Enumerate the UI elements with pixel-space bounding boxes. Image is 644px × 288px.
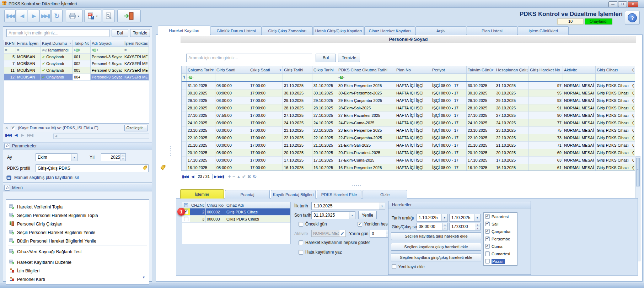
personnel-hscrollbar[interactable]: ◀ bbox=[53, 134, 149, 139]
pager-first-icon[interactable]: ▮◀◀ bbox=[182, 174, 188, 179]
tab-gizle[interactable]: Gizle bbox=[363, 190, 407, 199]
pager-first-icon[interactable]: ▮◀◀ bbox=[5, 133, 11, 137]
weekday-item[interactable]: Çarşamba bbox=[484, 228, 517, 235]
device-checkbox-cell[interactable] bbox=[182, 216, 190, 223]
pager-prev-icon[interactable]: ◀ bbox=[15, 133, 17, 137]
column-header[interactable]: Takvim Günü▼ bbox=[467, 66, 495, 74]
print-button[interactable]: ▼ bbox=[66, 10, 83, 22]
column-header[interactable]: Giriş Saati bbox=[215, 66, 249, 74]
table-row[interactable]: 12MOBİSAN✔Onaylandı004Personel-9 SoyadKA… bbox=[4, 74, 149, 81]
filter-cell[interactable]: aBc bbox=[91, 47, 123, 54]
table-row[interactable]: 27.10.202507:59:0017:00:0027.10.202527.1… bbox=[182, 112, 635, 119]
menu-item[interactable]: Personel Kartı bbox=[6, 276, 149, 283]
date-to-select[interactable]: 1.10.2025▼ bbox=[449, 214, 481, 222]
refresh-dates-button[interactable]: Yenile bbox=[358, 211, 377, 219]
delete-row-icon[interactable]: − bbox=[232, 174, 235, 179]
column-header[interactable]: Periyot bbox=[431, 66, 467, 74]
exit-time-stepper[interactable]: 17:00:00▲▼ bbox=[449, 223, 481, 230]
column-header[interactable]: Çıkış Saati▼ bbox=[249, 66, 283, 74]
weekday-item[interactable]: Cumartesi bbox=[484, 250, 517, 257]
write-errors-checkbox[interactable]: Hata kayıtlarını yaz bbox=[299, 250, 342, 255]
filter-cell[interactable]: = bbox=[16, 47, 41, 54]
filter-cell[interactable]: = bbox=[495, 74, 529, 81]
table-row[interactable]: 17.10.202508:00:0017:00:0017.10.202517.1… bbox=[182, 157, 635, 164]
column-header[interactable]: Giriş Cihazı bbox=[596, 66, 631, 74]
tab-cihaz-hareket-kayıtları[interactable]: Cihaz Hareket Kayıtları bbox=[364, 26, 415, 35]
menu-item[interactable]: Personel Giriş Çıkışları bbox=[6, 220, 149, 228]
weekday-checkbox[interactable] bbox=[485, 222, 490, 226]
refresh-data-icon[interactable]: ↻ bbox=[253, 174, 257, 179]
filter-cell[interactable]: = bbox=[123, 47, 149, 54]
tag-icon[interactable] bbox=[160, 164, 166, 172]
table-row[interactable]: 31.10.202508:00:0017:00:0031.10.202531.1… bbox=[182, 81, 635, 89]
splitter-handle[interactable] bbox=[352, 185, 361, 186]
column-header[interactable]: Çıkış Tarihi bbox=[312, 66, 337, 74]
weekday-checkbox[interactable] bbox=[485, 237, 490, 241]
column-header[interactable]: Plan No bbox=[395, 66, 431, 74]
new-record-checkbox[interactable]: Yeni kayıt ekle bbox=[392, 264, 425, 269]
column-header[interactable]: Cihaz Kodu bbox=[206, 202, 225, 208]
exit-button[interactable] bbox=[117, 10, 141, 22]
find-button[interactable]: Bul bbox=[112, 29, 128, 37]
weekday-checkbox[interactable] bbox=[485, 251, 490, 256]
first-date-select[interactable]: 1.10.2025▼ bbox=[311, 202, 385, 210]
filter-cell[interactable]: = bbox=[215, 74, 249, 81]
collapse-icon[interactable] bbox=[4, 185, 10, 191]
column-header[interactable]: Giriş Tarihi bbox=[283, 66, 312, 74]
filter-cell[interactable]: = bbox=[631, 74, 635, 81]
weekday-item[interactable]: Pazartesi bbox=[484, 213, 517, 220]
menu-item[interactable]: Hareket Kayıtlarını Düzenle bbox=[6, 259, 149, 266]
table-row[interactable]: 22.10.202508:00:0017:00:0022.10.202522.1… bbox=[182, 134, 635, 142]
table-row[interactable]: 2000002Giriş PDKS Cihazı bbox=[182, 208, 290, 216]
print-preview-button[interactable] bbox=[103, 10, 115, 22]
table-row[interactable]: 30.10.202508:00:0017:00:0030.10.202530.1… bbox=[182, 89, 635, 97]
filter-cell[interactable]: = bbox=[283, 74, 312, 81]
weekday-checkbox[interactable] bbox=[485, 244, 490, 249]
filter-cell[interactable]: = bbox=[249, 74, 283, 81]
filter-cell[interactable]: = bbox=[431, 74, 467, 81]
year-stepper[interactable]: 2025 ▲▼ bbox=[101, 153, 126, 161]
last-date-select[interactable]: 31.10.2025▼ bbox=[311, 211, 355, 219]
last-record-button[interactable]: ▶▶▮ bbox=[39, 10, 51, 22]
pager-next-icon[interactable]: ▶ bbox=[21, 133, 23, 137]
export-pdf-button[interactable]: PDF ▼ bbox=[84, 10, 101, 22]
column-header[interactable]: PDKS Cihaz Okutma Tarihi bbox=[337, 66, 395, 74]
filter-cell[interactable]: = bbox=[563, 74, 596, 81]
show-all-movements-checkbox[interactable]: Hareket kayıtlarının hepsini göster bbox=[299, 240, 370, 245]
filter-cell[interactable]: = bbox=[4, 47, 16, 54]
clear-button[interactable]: Temizle bbox=[338, 54, 360, 62]
column-header[interactable]: Cihaz Adı bbox=[225, 202, 290, 208]
column-header[interactable]: CHZNo bbox=[190, 202, 206, 208]
tab-kayıtlı-puantaj-bilgileri[interactable]: Kayıtlı Puantaj Bilgileri bbox=[271, 190, 316, 199]
table-row[interactable]: 29.10.202508:00:0017:00:0029.10.202529.1… bbox=[182, 97, 635, 104]
pager-last-icon[interactable]: ▶▶▮ bbox=[218, 174, 224, 179]
tab-puantaj[interactable]: Puantaj bbox=[225, 190, 270, 199]
previous-record-button[interactable]: ◀ bbox=[16, 10, 27, 22]
delete-plans-link[interactable]: Manuel seçilmiş plan kayıtlarını sil bbox=[6, 175, 79, 180]
filter-cell[interactable]: = bbox=[467, 74, 495, 81]
weekday-item[interactable]: Salı bbox=[484, 220, 517, 228]
filter-enabled-checkbox[interactable] bbox=[11, 126, 15, 130]
find-button[interactable]: Bul bbox=[316, 54, 336, 62]
tag-icon[interactable] bbox=[142, 165, 147, 172]
movements-search-input[interactable] bbox=[186, 54, 312, 62]
column-header[interactable]: Adı Soyadı bbox=[91, 40, 123, 47]
weekday-item[interactable]: Cuma bbox=[484, 243, 517, 250]
table-row[interactable]: 20.10.202508:00:0017:00:0020.10.202520.1… bbox=[182, 149, 635, 157]
splitter-handle[interactable] bbox=[170, 146, 171, 156]
pdks-profile-input[interactable]: Giriş-Çıkış PDKS bbox=[36, 164, 149, 172]
append-row-icon[interactable]: + bbox=[228, 174, 231, 179]
weekday-item[interactable]: Pazar bbox=[484, 257, 517, 265]
weekday-item[interactable]: Perşembe bbox=[484, 235, 517, 243]
activity-edit-button[interactable] bbox=[339, 230, 346, 237]
filter-cell[interactable]: ≠ ⊘ Tamamlandı bbox=[41, 47, 73, 54]
tab-giriş-çıkış-zamanları[interactable]: Giriş Çıkış Zamanları bbox=[262, 26, 313, 35]
device-checkbox[interactable] bbox=[184, 217, 188, 221]
menu-item[interactable]: Bütün Personel Hareket Bilgilerini Yenil… bbox=[6, 237, 149, 245]
pager-prev-icon[interactable]: ◀ bbox=[191, 174, 193, 179]
first-record-button[interactable]: ▮◀◀ bbox=[4, 10, 16, 22]
select-all-header[interactable] bbox=[182, 202, 190, 208]
add-entry-exit-movement-button[interactable]: Seçilen kayıtlara giriş/çıkış hareketi e… bbox=[391, 254, 481, 261]
next-record-button[interactable]: ▶ bbox=[28, 10, 39, 22]
cancel-edit-icon[interactable]: ✖ bbox=[247, 174, 251, 179]
